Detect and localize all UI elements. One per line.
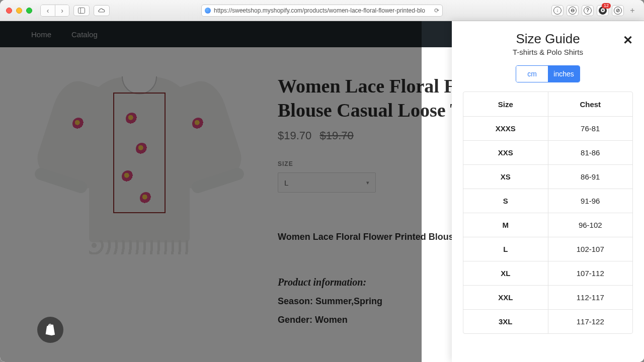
close-icon[interactable]: ✕ (623, 33, 633, 47)
size-cell: 3XL (463, 310, 548, 333)
window-minimize-icon[interactable] (16, 8, 22, 14)
chest-cell: 112-117 (548, 286, 633, 309)
cloud-tabs-button[interactable] (94, 5, 110, 16)
extension-button-3[interactable]: ✪12 (597, 5, 609, 16)
size-cell: L (463, 237, 548, 261)
window-zoom-icon[interactable] (26, 8, 32, 14)
size-table: Size Chest XXXS76-81XXS81-86XS86-91S91-9… (463, 92, 633, 334)
extension-button-4[interactable]: ⊘ (612, 5, 624, 16)
reload-icon[interactable]: ⟳ (434, 7, 439, 14)
selected-size: L (284, 178, 288, 187)
unit-cm-button[interactable]: cm (516, 66, 548, 82)
product-image (31, 67, 248, 325)
unit-toggle: cm inches (516, 65, 580, 82)
size-table-row: XXS81-86 (463, 140, 632, 164)
size-table-row: XXXS76-81 (463, 116, 632, 140)
chest-cell: 81-86 (548, 141, 633, 164)
nav-catalog[interactable]: Catalog (71, 30, 98, 39)
chest-cell: 91-96 (548, 189, 633, 213)
chest-cell: 102-107 (548, 237, 633, 261)
sidebar-toggle-button[interactable] (73, 5, 90, 16)
size-table-row: XXL112-117 (463, 285, 632, 309)
chest-cell: 117-122 (548, 310, 633, 333)
site-identity-icon (205, 8, 211, 14)
size-table-row: M96-102 (463, 213, 632, 237)
size-cell: XS (463, 165, 548, 189)
downloads-button[interactable]: ↓ (551, 5, 564, 16)
size-select[interactable]: L ▾ (278, 172, 376, 193)
address-bar[interactable]: https://sweetshop.myshopify.com/products… (201, 5, 443, 17)
shopify-chat-bubble[interactable] (37, 317, 63, 343)
size-cell: S (463, 189, 548, 213)
unit-inches-button[interactable]: inches (548, 66, 580, 82)
forward-button[interactable]: › (55, 5, 69, 16)
size-guide-panel: Size Guide T-shirts & Polo Shirts ✕ cm i… (452, 21, 644, 362)
size-table-row: L102-107 (463, 237, 632, 261)
size-cell: XXS (463, 141, 548, 164)
chest-cell: 76-81 (548, 117, 633, 140)
size-table-row: S91-96 (463, 189, 632, 213)
size-guide-subtitle: T-shirts & Polo Shirts (463, 48, 633, 56)
size-guide-title: Size Guide (463, 31, 633, 47)
notification-badge: 12 (602, 3, 611, 9)
extension-button-1[interactable]: ⊖ (567, 5, 579, 16)
chest-cell: 96-102 (548, 213, 633, 237)
size-cell: M (463, 213, 548, 237)
col-size: Size (463, 92, 548, 116)
back-button[interactable]: ‹ (41, 5, 55, 16)
shopify-icon (43, 323, 57, 337)
size-table-row: 3XL117-122 (463, 309, 632, 333)
chest-cell: 86-91 (548, 165, 633, 189)
extension-button-2[interactable]: ? (582, 5, 594, 16)
nav-back-forward: ‹ › (40, 5, 69, 17)
size-table-row: XL107-112 (463, 261, 632, 285)
svg-rect-0 (78, 8, 85, 13)
col-chest: Chest (548, 92, 633, 116)
size-table-header: Size Chest (463, 92, 632, 116)
size-cell: XXXS (463, 117, 548, 140)
price: $19.70 (278, 129, 311, 142)
window-close-icon[interactable] (6, 8, 12, 14)
chevron-down-icon: ▾ (366, 179, 369, 186)
chest-cell: 107-112 (548, 261, 633, 285)
url-text: https://sweetshop.myshopify.com/products… (214, 7, 431, 14)
new-tab-button[interactable]: + (627, 5, 638, 16)
size-table-row: XS86-91 (463, 164, 632, 189)
compare-price: $19.70 (319, 129, 353, 142)
nav-home[interactable]: Home (31, 30, 51, 39)
size-cell: XL (463, 261, 548, 285)
browser-toolbar: ‹ › https://sweetshop.myshopify.com/prod… (0, 0, 644, 21)
size-cell: XXL (463, 286, 548, 309)
